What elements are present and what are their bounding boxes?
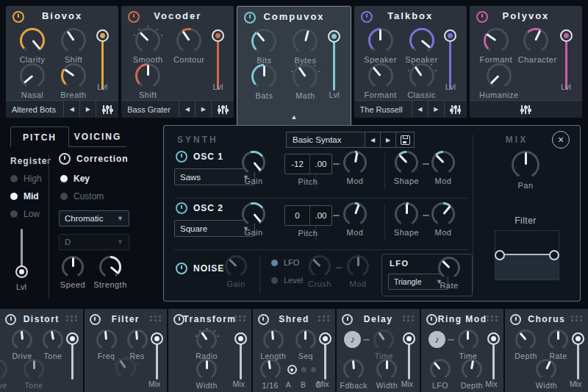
mix-slider[interactable] bbox=[150, 332, 163, 381]
mix-slider[interactable] bbox=[66, 332, 79, 381]
osc2-power-icon[interactable] bbox=[176, 202, 187, 214]
osc1-shape-knob[interactable]: Shape bbox=[390, 151, 423, 185]
next-preset-button[interactable]: ▶ bbox=[195, 101, 211, 118]
knob-math[interactable]: Math bbox=[287, 64, 323, 100]
noise-crush-knob[interactable]: Crush bbox=[304, 255, 336, 288]
knob-shift[interactable]: Shift bbox=[130, 63, 165, 99]
noise-power-icon[interactable] bbox=[176, 263, 187, 274]
osc2-gain-knob[interactable]: Gain bbox=[237, 202, 270, 237]
root-note-select[interactable]: D▼ bbox=[59, 234, 129, 250]
tone-knob[interactable]: Tone bbox=[37, 329, 69, 360]
noise-level-radio[interactable]: Level bbox=[271, 276, 303, 285]
time-knob[interactable]: Time bbox=[368, 329, 400, 360]
osc2-pitch-mod-knob[interactable]: Mod bbox=[339, 202, 371, 237]
correction-custom-radio[interactable]: Custom bbox=[60, 191, 104, 202]
drive-knob[interactable]: Drive bbox=[6, 329, 38, 360]
drive-knob-2[interactable]: Drive bbox=[0, 359, 13, 390]
prev-preset-button[interactable]: ◀ bbox=[63, 101, 79, 118]
filter-graph[interactable] bbox=[495, 230, 559, 280]
rate-knob[interactable]: Rate bbox=[542, 329, 574, 360]
knob-humanize[interactable]: Humanize bbox=[476, 63, 523, 99]
mix-slider[interactable] bbox=[234, 332, 248, 381]
depth-knob[interactable]: Depth bbox=[509, 329, 542, 360]
tab-voicing[interactable]: VOICING bbox=[69, 126, 126, 146]
noise-lfo-radio[interactable]: LFO bbox=[271, 258, 299, 267]
osc1-power-icon[interactable] bbox=[176, 151, 187, 163]
osc1-pitch-fields[interactable]: -12 .00 bbox=[284, 154, 332, 174]
noise-mod-knob[interactable]: Mod bbox=[342, 255, 374, 288]
note-sync-icon[interactable]: ♪ bbox=[429, 331, 445, 348]
next-preset-button[interactable]: ▶ bbox=[79, 101, 96, 118]
knob-bits[interactable]: Bits bbox=[246, 29, 282, 65]
prev-preset-button[interactable]: ◀ bbox=[412, 101, 428, 118]
prev-preset-button[interactable]: ◀ bbox=[179, 101, 195, 118]
power-icon[interactable] bbox=[244, 12, 256, 24]
width-knob[interactable]: Width bbox=[530, 359, 562, 390]
correction-key-radio[interactable]: Key bbox=[60, 174, 90, 184]
shred-pattern-radios[interactable] bbox=[287, 365, 316, 374]
next-preset-button[interactable]: ▶ bbox=[428, 101, 444, 118]
scale-select[interactable]: Chromatic▼ bbox=[59, 210, 129, 227]
res-knob[interactable]: Res bbox=[121, 329, 154, 360]
knob-speed[interactable]: Speed bbox=[56, 256, 90, 289]
knob-strength[interactable]: Strength bbox=[91, 256, 129, 289]
osc2-shape-mod-knob[interactable]: Mod bbox=[427, 202, 459, 237]
osc2-shape-knob[interactable]: Shape bbox=[390, 202, 423, 237]
note-sync-icon[interactable]: ♪ bbox=[344, 331, 361, 348]
faders-icon[interactable] bbox=[444, 101, 467, 118]
seq-knob[interactable]: Seq bbox=[290, 329, 322, 360]
register-high-radio[interactable]: High bbox=[10, 174, 42, 184]
pattern-b-radio[interactable] bbox=[301, 367, 306, 372]
next-preset-button[interactable]: ▶ bbox=[381, 132, 396, 148]
pattern-a-radio[interactable] bbox=[287, 365, 297, 374]
knob-smooth[interactable]: Smooth bbox=[130, 28, 165, 64]
knob-speaker-1[interactable]: Speaker bbox=[363, 28, 398, 64]
pattern-c-radio[interactable] bbox=[311, 367, 316, 372]
lfo-knob[interactable]: LFO bbox=[424, 359, 456, 390]
mix-slider[interactable] bbox=[318, 332, 331, 381]
mix-slider[interactable] bbox=[403, 332, 416, 381]
time-knob[interactable]: Time bbox=[452, 329, 484, 360]
knob-character[interactable]: Character bbox=[518, 28, 553, 64]
knob-clarity[interactable]: Clarity bbox=[15, 28, 50, 64]
knob-formant[interactable]: Formant bbox=[363, 63, 398, 99]
knob-speaker-2[interactable]: Speaker bbox=[404, 28, 440, 64]
power-icon[interactable] bbox=[128, 11, 140, 23]
faders-icon[interactable] bbox=[211, 101, 234, 118]
preset-name[interactable]: The Russell bbox=[354, 101, 412, 118]
knob-breath[interactable]: Breath bbox=[56, 63, 91, 99]
collapse-panel-button[interactable]: ▲ bbox=[237, 108, 350, 126]
power-icon[interactable] bbox=[12, 11, 24, 23]
tone-knob-2[interactable]: Tone bbox=[18, 359, 50, 390]
noise-gain-knob[interactable]: Gain bbox=[220, 255, 252, 288]
knob-shift[interactable]: Shift bbox=[56, 28, 91, 64]
knob-nasal[interactable]: Nasal bbox=[15, 63, 50, 99]
ghost-knob[interactable] bbox=[110, 357, 142, 378]
knob-bytes[interactable]: Bytes bbox=[287, 29, 323, 65]
knob-contour[interactable]: Contour bbox=[171, 28, 207, 64]
length-knob[interactable]: Length bbox=[257, 329, 290, 360]
knob-bats[interactable]: Bats bbox=[246, 64, 282, 100]
osc1-shape-mod-knob[interactable]: Mod bbox=[427, 151, 459, 185]
rate-knob[interactable]: 1/16 bbox=[254, 359, 287, 390]
knob-formant[interactable]: Formant bbox=[478, 28, 514, 64]
register-low-radio[interactable]: Low bbox=[10, 209, 40, 219]
prev-preset-button[interactable]: ◀ bbox=[365, 132, 381, 148]
pan-knob[interactable]: Pan bbox=[508, 151, 543, 190]
faders-icon[interactable] bbox=[521, 105, 530, 114]
osc1-gain-knob[interactable]: Gain bbox=[237, 151, 270, 185]
knob-classic[interactable]: Classic bbox=[404, 63, 440, 99]
filter-node-left[interactable] bbox=[495, 250, 505, 260]
tab-pitch[interactable]: PITCH bbox=[10, 126, 69, 147]
radio-knob[interactable]: Radio bbox=[190, 329, 223, 360]
osc2-pitch-fields[interactable]: 0 .00 bbox=[284, 205, 332, 226]
save-preset-button[interactable] bbox=[396, 132, 415, 148]
preset-name[interactable]: Altered Bots bbox=[6, 101, 63, 118]
mix-slider[interactable] bbox=[571, 332, 584, 381]
preset-name[interactable]: Bass Grater bbox=[121, 101, 179, 118]
synth-preset-name[interactable]: Basic Syntax bbox=[286, 132, 365, 148]
correction-power-icon[interactable] bbox=[59, 153, 71, 165]
power-icon[interactable] bbox=[476, 11, 488, 23]
level-slider[interactable] bbox=[328, 30, 341, 92]
width-knob[interactable]: Width bbox=[190, 359, 223, 390]
